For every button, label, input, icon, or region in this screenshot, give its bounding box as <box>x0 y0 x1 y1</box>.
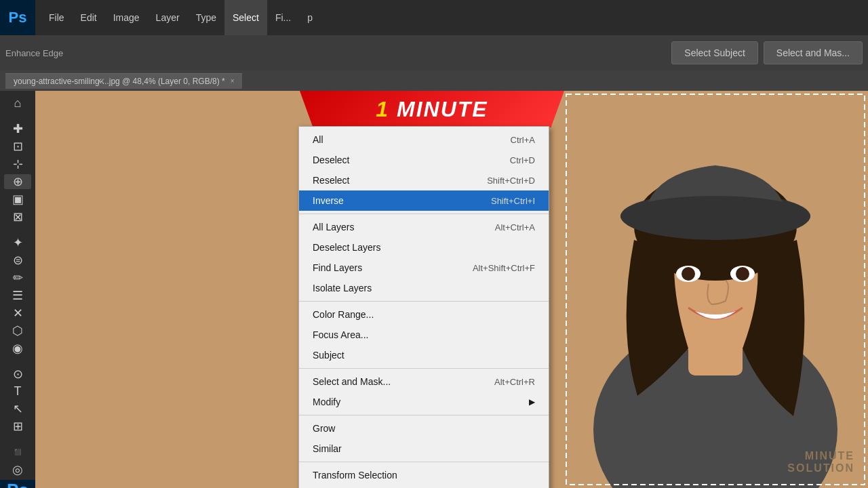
canvas-area: 1 MINUTE MINUTE SOLUTION All Ctrl+A Dese… <box>35 91 868 488</box>
marquee-tool[interactable]: ⊡ <box>4 139 31 154</box>
eraser-tool[interactable]: ✕ <box>4 306 31 321</box>
heal-tool[interactable]: ⊜ <box>4 253 31 268</box>
main-area: ⌂ ✚ ⊡ ⊹ ⊕ ▣ ⊠ ✦ ⊜ ✏ ☰ ✕ ⬡ ◉ ⊙ T ↖ ⊞ ◾ ◎ … <box>0 91 868 488</box>
dropdown-deselect-layers-label: Deselect Layers <box>313 242 521 253</box>
svg-point-6 <box>620 196 810 237</box>
dropdown-inverse[interactable]: Inverse Shift+Ctrl+I <box>299 190 549 211</box>
menu-item-image[interactable]: Image <box>105 0 148 35</box>
lasso-tool[interactable]: ⊹ <box>4 157 31 171</box>
crop-tool[interactable]: ▣ <box>4 192 31 207</box>
enhance-edge-label: Enhance Edge <box>5 48 63 58</box>
ps-logo: Ps <box>0 0 35 35</box>
document-tab[interactable]: young-attractive-smiling-...jpg @ 48,4% … <box>5 73 242 89</box>
menu-item-type[interactable]: Type <box>188 0 224 35</box>
dropdown-transform-selection[interactable]: Transform Selection <box>299 465 549 485</box>
dropdown-deselect[interactable]: Deselect Ctrl+D <box>299 150 549 170</box>
dropdown-grow-label: Grow <box>313 423 535 434</box>
menu-bar: Ps File Edit Image Layer Type Select Fi.… <box>0 0 868 35</box>
shape-tool[interactable]: ⊞ <box>4 419 31 434</box>
eyedropper-tool[interactable]: ✦ <box>4 235 31 250</box>
menu-item-filter[interactable]: Fi... <box>267 0 299 35</box>
path-select-tool[interactable]: ↖ <box>4 401 31 416</box>
tab-close-button[interactable]: × <box>231 77 235 85</box>
dropdown-deselect-label: Deselect <box>313 155 496 165</box>
left-toolbar: ⌂ ✚ ⊡ ⊹ ⊕ ▣ ⊠ ✦ ⊜ ✏ ☰ ✕ ⬡ ◉ ⊙ T ↖ ⊞ ◾ ◎ … <box>0 91 35 488</box>
pen-tool[interactable]: ⊙ <box>4 367 31 382</box>
tab-title: young-attractive-smiling-...jpg @ 48,4% … <box>14 77 225 86</box>
watermark-line2: SOLUTION <box>787 462 854 474</box>
brush-tool[interactable]: ✏ <box>4 270 31 285</box>
menu-item-select[interactable]: Select <box>224 0 267 35</box>
dropdown-deselect-shortcut: Ctrl+D <box>510 155 535 165</box>
menu-item-3d[interactable]: p <box>299 0 321 35</box>
menu-item-edit[interactable]: Edit <box>73 0 105 35</box>
dropdown-all-layers-label: All Layers <box>313 222 481 232</box>
ps-logo-bottom: Ps <box>0 480 35 488</box>
dropdown-reselect[interactable]: Reselect Shift+Ctrl+D <box>299 170 549 190</box>
move-tool[interactable]: ✚ <box>4 121 31 136</box>
dropdown-isolate-layers-label: Isolate Layers <box>313 283 521 293</box>
select-dropdown-menu: All Ctrl+A Deselect Ctrl+D Reselect Shif… <box>298 126 549 488</box>
dropdown-subject[interactable]: Subject <box>299 345 549 365</box>
dropdown-similar-label: Similar <box>313 443 535 454</box>
dropdown-inverse-shortcut: Shift+Ctrl+I <box>491 196 535 206</box>
dropdown-reselect-shortcut: Shift+Ctrl+D <box>487 176 535 186</box>
dropdown-sep-5 <box>299 462 549 462</box>
dropdown-transform-selection-label: Transform Selection <box>313 470 535 481</box>
dropdown-isolate-layers[interactable]: Isolate Layers <box>299 278 549 298</box>
tab-bar: « young-attractive-smiling-...jpg @ 48,4… <box>0 70 868 91</box>
dropdown-inverse-label: Inverse <box>313 195 477 206</box>
gradient-tool[interactable]: ⬡ <box>4 323 31 338</box>
quick-mask-mode[interactable]: ◎ <box>4 462 31 477</box>
dropdown-all[interactable]: All Ctrl+A <box>299 129 549 150</box>
dropdown-find-layers-label: Find Layers <box>313 262 459 273</box>
dropdown-similar[interactable]: Similar <box>299 439 549 459</box>
type-tool[interactable]: T <box>4 384 31 399</box>
banner-number: 1 <box>376 97 389 121</box>
collapse-button[interactable]: « <box>98 75 104 87</box>
dropdown-sep-3 <box>299 368 549 369</box>
dropdown-focus-area-label: Focus Area... <box>313 329 535 340</box>
ps-logo-text: Ps <box>9 9 27 26</box>
select-subject-button[interactable]: Select Subject <box>671 41 758 64</box>
clone-tool[interactable]: ☰ <box>4 288 31 303</box>
blur-tool[interactable]: ◉ <box>4 341 31 356</box>
menu-items: File Edit Image Layer Type Select Fi... … <box>35 0 321 35</box>
dropdown-find-layers[interactable]: Find Layers Alt+Shift+Ctrl+F <box>299 258 549 278</box>
dropdown-all-layers-shortcut: Alt+Ctrl+A <box>495 222 535 232</box>
dropdown-sep-4 <box>299 415 549 415</box>
home-tool[interactable]: ⌂ <box>4 96 31 110</box>
banner-text: 1 MINUTE <box>376 97 488 122</box>
dropdown-color-range[interactable]: Color Range... <box>299 304 549 325</box>
dropdown-modify-arrow: ▶ <box>529 397 535 407</box>
dropdown-sep-2 <box>299 301 549 302</box>
dropdown-deselect-layers[interactable]: Deselect Layers <box>299 237 549 258</box>
options-bar: Enhance Edge Select Subject Select and M… <box>0 35 868 70</box>
select-mask-button[interactable]: Select and Mas... <box>764 41 863 64</box>
color-foreground[interactable]: ◾ <box>4 445 31 460</box>
dropdown-sep-1 <box>299 214 549 214</box>
dropdown-select-mask-label: Select and Mask... <box>313 376 481 387</box>
dropdown-subject-label: Subject <box>313 350 535 361</box>
portrait-image <box>563 91 868 488</box>
menu-item-layer[interactable]: Layer <box>148 0 188 35</box>
dropdown-find-layers-shortcut: Alt+Shift+Ctrl+F <box>473 263 535 273</box>
dropdown-select-mask[interactable]: Select and Mask... Alt+Ctrl+R <box>299 371 549 392</box>
dropdown-all-shortcut: Ctrl+A <box>511 135 535 145</box>
svg-point-9 <box>682 267 695 281</box>
dropdown-all-layers[interactable]: All Layers Alt+Ctrl+A <box>299 217 549 237</box>
dropdown-select-mask-shortcut: Alt+Ctrl+R <box>494 377 535 387</box>
dropdown-reselect-label: Reselect <box>313 175 473 186</box>
dropdown-color-range-label: Color Range... <box>313 309 535 320</box>
dropdown-all-label: All <box>313 134 497 145</box>
dropdown-modify[interactable]: Modify ▶ <box>299 392 549 412</box>
dropdown-modify-label: Modify <box>313 396 522 407</box>
frame-tool[interactable]: ⊠ <box>4 209 31 224</box>
watermark: MINUTE SOLUTION <box>787 450 854 474</box>
menu-item-file[interactable]: File <box>41 0 73 35</box>
dropdown-focus-area[interactable]: Focus Area... <box>299 325 549 345</box>
minute-banner: 1 MINUTE <box>300 91 564 127</box>
object-select-tool[interactable]: ⊕ <box>4 174 31 189</box>
ps-logo-bottom-text: Ps <box>7 480 28 488</box>
dropdown-grow[interactable]: Grow <box>299 418 549 439</box>
